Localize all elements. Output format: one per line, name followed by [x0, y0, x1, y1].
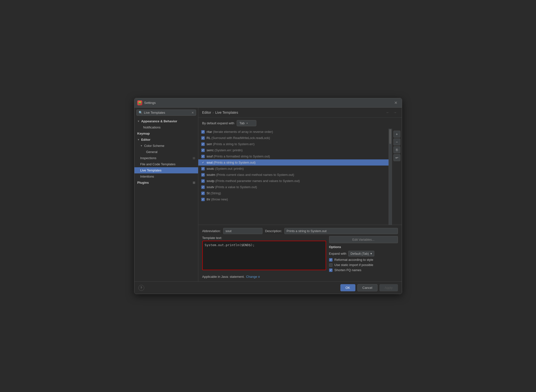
- list-scrollbar[interactable]: [389, 129, 392, 225]
- template-name-label: sout (Prints a string to System.out): [207, 161, 256, 164]
- cancel-button[interactable]: Cancel: [357, 284, 377, 291]
- sidebar-item-color-scheme[interactable]: ▼ Color Scheme: [134, 143, 198, 149]
- sidebar-item-general[interactable]: General: [134, 149, 198, 155]
- shorten-fq-checkbox-row: Shorten FQ names: [329, 268, 398, 272]
- template-list-item[interactable]: thr (throw new): [198, 196, 389, 202]
- search-icon: 🔍: [139, 111, 143, 114]
- template-text-right: Edit Variables... Options Expand with De…: [329, 236, 398, 272]
- remove-button[interactable]: −: [393, 139, 400, 145]
- abbreviation-label: Abbreviation:: [202, 229, 221, 233]
- template-text-left: Template text: <span class="code-white">…: [202, 236, 326, 272]
- sidebar-item-inspections[interactable]: Inspections ▤: [134, 155, 198, 161]
- dialog-title: Settings: [144, 101, 393, 105]
- sidebar-item-live-templates[interactable]: Live Templates: [134, 167, 198, 173]
- chevron-down-icon: ∨: [258, 275, 260, 279]
- template-name-label: soutm (Prints current class and method n…: [207, 173, 294, 177]
- template-checkbox[interactable]: [201, 185, 205, 189]
- template-name-label: serr (Prints a string to System.err): [207, 142, 255, 146]
- expand-with-label: Expand with: [329, 252, 347, 255]
- template-list-item[interactable]: ritar (Iterate elements of array in reve…: [198, 129, 389, 135]
- settings-dialog: 🧩 Settings ✕ 🔍 ✕ ▼ Appearance & Behavior…: [134, 98, 402, 294]
- expand-with-options-dropdown[interactable]: Default (Tab) ▾: [348, 251, 374, 256]
- change-link[interactable]: Change ∨: [246, 275, 260, 279]
- close-button[interactable]: ✕: [393, 100, 399, 106]
- applicable-text: Applicable in Java: statement.: [202, 275, 245, 279]
- sidebar-item-appearance-behavior[interactable]: ▼ Appearance & Behavior: [134, 118, 198, 124]
- sidebar-item-notifications[interactable]: Notifications: [134, 124, 198, 130]
- search-input[interactable]: [144, 111, 191, 114]
- sidebar-item-editor[interactable]: ▼ Editor: [134, 137, 198, 143]
- template-text-editor[interactable]: <span class="code-white">System.out.prin…: [202, 241, 326, 270]
- chevron-down-icon: ▾: [246, 122, 248, 125]
- copy-button[interactable]: ⎘: [393, 146, 400, 153]
- breadcrumb-nav: ← →: [385, 110, 398, 115]
- search-clear-icon[interactable]: ✕: [191, 111, 194, 114]
- abbreviation-input[interactable]: [223, 228, 262, 234]
- sidebar-item-label: General: [146, 150, 158, 154]
- reformat-checkbox[interactable]: [329, 258, 333, 262]
- template-name-label: souf (Prints a formatted string to Syste…: [207, 154, 270, 158]
- description-label: Description:: [265, 229, 282, 233]
- template-checkbox[interactable]: [201, 167, 205, 170]
- template-checkbox[interactable]: [201, 136, 205, 140]
- expand-bar: By default expand with Tab ▾: [198, 118, 402, 129]
- description-input[interactable]: [284, 228, 398, 234]
- template-checkbox[interactable]: [201, 198, 205, 201]
- template-checkbox[interactable]: [201, 130, 205, 134]
- template-list-item[interactable]: soutp (Prints method parameter names and…: [198, 178, 389, 184]
- template-list-item[interactable]: RL (Surround with ReadWriteLock.readLock…: [198, 135, 389, 141]
- template-list-item[interactable]: St (String): [198, 190, 389, 196]
- sidebar-item-label: Keymap: [137, 132, 150, 135]
- template-list-item[interactable]: soutc (System.out::println): [198, 166, 389, 172]
- help-button[interactable]: ?: [138, 285, 144, 291]
- add-button[interactable]: +: [393, 131, 400, 138]
- sidebar-item-label: Plugins: [137, 181, 149, 184]
- back-button[interactable]: ←: [385, 110, 391, 115]
- sidebar-item-keymap[interactable]: Keymap: [134, 130, 198, 137]
- sidebar-item-label: Color Scheme: [144, 144, 164, 148]
- sidebar-item-file-code-templates[interactable]: File and Code Templates: [134, 161, 198, 167]
- abbr-desc-row: Abbreviation: Description:: [202, 228, 398, 234]
- template-checkbox[interactable]: [201, 179, 205, 183]
- template-name-label: RL (Surround with ReadWriteLock.readLock…: [207, 136, 270, 140]
- template-list-item[interactable]: sout (Prints a string to System.out): [198, 159, 389, 166]
- template-checkbox[interactable]: [201, 155, 205, 158]
- template-list-item[interactable]: serr (Prints a string to System.err): [198, 141, 389, 147]
- ok-button[interactable]: OK: [340, 284, 355, 291]
- apply-button[interactable]: Apply: [379, 284, 398, 291]
- static-import-checkbox-row: Use static import if possible: [329, 263, 398, 267]
- template-name-label: St (String): [207, 191, 221, 195]
- sidebar-item-label: Live Templates: [140, 168, 161, 172]
- template-checkbox[interactable]: [201, 149, 205, 152]
- shorten-fq-label: Shorten FQ names: [334, 268, 362, 272]
- template-checkbox[interactable]: [201, 142, 205, 146]
- breadcrumb: Editor › Live Templates: [202, 111, 238, 114]
- shorten-fq-checkbox[interactable]: [329, 268, 333, 272]
- template-list-item[interactable]: soutv (Prints a value to System.out): [198, 184, 389, 190]
- template-checkbox[interactable]: [201, 192, 205, 195]
- options-box: Options Expand with Default (Tab) ▾: [329, 245, 398, 272]
- template-name-label: soutv (Prints a value to System.out): [207, 185, 257, 189]
- template-checkbox[interactable]: [201, 173, 205, 177]
- reset-button[interactable]: ↩: [393, 154, 400, 161]
- template-list-item[interactable]: serrc (System.err::println): [198, 147, 389, 153]
- dialog-body: 🔍 ✕ ▼ Appearance & Behavior Notification…: [134, 108, 402, 281]
- sidebar-item-label: Notifications: [143, 126, 161, 129]
- template-list-item[interactable]: souf (Prints a formatted string to Syste…: [198, 153, 389, 159]
- sidebar-item-intentions[interactable]: Intentions: [134, 173, 198, 180]
- expand-arrow-icon: ▼: [140, 144, 143, 147]
- footer-right: OK Cancel Apply: [340, 284, 398, 291]
- search-box[interactable]: 🔍 ✕: [136, 110, 196, 116]
- edit-variables-button[interactable]: Edit Variables...: [329, 236, 398, 243]
- template-checkbox[interactable]: [201, 161, 205, 164]
- template-list-item[interactable]: soutm (Prints current class and method n…: [198, 172, 389, 178]
- chevron-down-icon: ▾: [370, 252, 372, 255]
- expand-with-dropdown[interactable]: Tab ▾: [237, 120, 256, 126]
- template-text-section: Template text: <span class="code-white">…: [202, 236, 398, 272]
- expand-with-option-value: Default (Tab): [350, 252, 369, 255]
- breadcrumb-separator: ›: [213, 111, 214, 114]
- static-import-checkbox[interactable]: [329, 263, 333, 267]
- nav-section: ▼ Appearance & Behavior Notifications Ke…: [134, 118, 198, 186]
- sidebar-item-plugins[interactable]: Plugins ▤: [134, 180, 198, 186]
- forward-button[interactable]: →: [392, 110, 398, 115]
